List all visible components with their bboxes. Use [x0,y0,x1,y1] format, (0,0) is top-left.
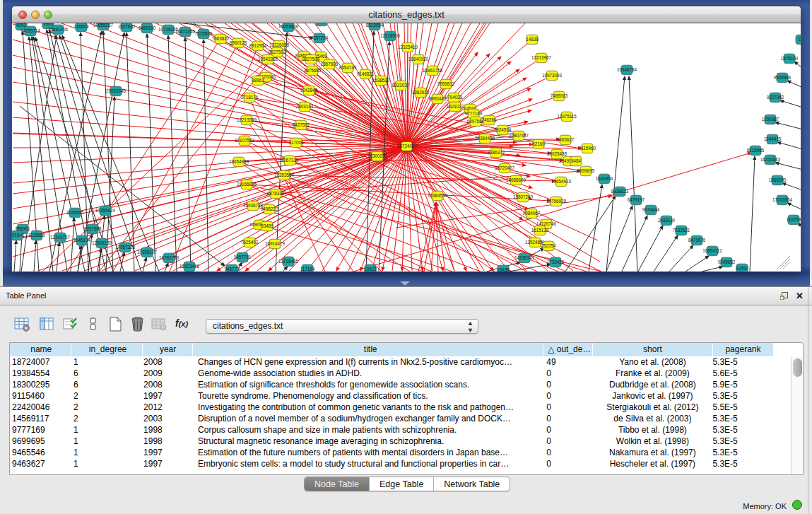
svg-text:17957225: 17957225 [115,245,136,250]
svg-text:417006: 417006 [288,140,304,145]
svg-text:19756928: 19756928 [546,199,567,204]
svg-text:3875685: 3875685 [304,68,322,73]
svg-text:1615132: 1615132 [531,228,549,233]
svg-text:12226058: 12226058 [269,42,290,47]
svg-text:14055714: 14055714 [20,28,41,33]
svg-text:2718176: 2718176 [241,95,259,100]
svg-text:1905: 1905 [43,23,54,26]
svg-text:20364436: 20364436 [475,136,495,141]
svg-text:9699695: 9699695 [577,168,595,173]
svg-text:9498222: 9498222 [261,206,278,211]
svg-text:9267130: 9267130 [281,158,299,163]
svg-text:15720407: 15720407 [495,165,515,170]
svg-text:7357224: 7357224 [311,35,329,40]
svg-text:9084067: 9084067 [523,211,541,216]
svg-text:10654112: 10654112 [702,248,722,253]
svg-text:8471676: 8471676 [688,238,706,243]
svg-text:1621022: 1621022 [447,104,464,109]
svg-text:7632621: 7632621 [673,228,690,233]
svg-text:18300295: 18300295 [367,153,388,158]
svg-text:9463627: 9463627 [557,137,575,142]
svg-text:8215955: 8215955 [747,148,765,153]
svg-text:17359924: 17359924 [95,208,116,213]
svg-text:3624534: 3624534 [494,127,512,132]
svg-text:9242848: 9242848 [300,88,318,93]
svg-text:8322037: 8322037 [392,83,410,88]
svg-text:10973493: 10973493 [542,73,563,78]
svg-text:19166825: 19166825 [237,182,257,187]
svg-text:18640910: 18640910 [408,57,429,62]
svg-text:10107552: 10107552 [235,138,255,143]
svg-text:8454749: 8454749 [339,65,357,70]
svg-text:945779: 945779 [224,267,240,271]
svg-text:9227342: 9227342 [767,95,784,100]
svg-text:7485063: 7485063 [551,93,568,98]
svg-text:12353584: 12353584 [274,173,295,177]
svg-text:9529966: 9529966 [774,75,792,80]
svg-text:12923446: 12923446 [180,264,200,269]
svg-text:9474444: 9474444 [642,207,660,212]
svg-text:9245652: 9245652 [718,259,736,264]
svg-text:1244415: 1244415 [764,136,782,141]
svg-text:9777169: 9777169 [465,111,483,116]
svg-text:98961: 98961 [252,78,264,83]
svg-text:8484: 8484 [571,158,582,163]
svg-text:8427552: 8427552 [293,122,310,127]
svg-text:6479197: 6479197 [628,197,645,202]
svg-text:117: 117 [798,37,801,42]
svg-text:1145194: 1145194 [73,238,91,243]
svg-text:9457791: 9457791 [234,255,252,259]
svg-text:16543362: 16543362 [258,57,278,62]
svg-text:93489: 93489 [261,223,273,228]
svg-text:19654923: 19654923 [551,179,572,184]
svg-text:10655287: 10655287 [93,23,114,28]
svg-text:14136141: 14136141 [514,255,535,260]
svg-text:19654983: 19654983 [229,159,249,164]
svg-text:8938923: 8938923 [611,189,629,194]
svg-text:2933114: 2933114 [658,218,676,223]
svg-text:7515526: 7515526 [195,31,213,36]
svg-text:12505135: 12505135 [92,240,112,245]
svg-text:1115689: 1115689 [28,233,45,238]
svg-text:18807249: 18807249 [513,194,534,199]
svg-text:1569299: 1569299 [769,177,787,182]
svg-text:9146821: 9146821 [357,71,375,76]
svg-text:10025438: 10025438 [547,151,567,156]
svg-text:12213967: 12213967 [531,55,552,60]
svg-text:16914479: 16914479 [265,241,286,246]
svg-text:19384554: 19384554 [428,193,448,198]
svg-text:1575104: 1575104 [781,56,799,61]
svg-text:1527602: 1527602 [118,24,136,29]
svg-text:9327508: 9327508 [302,57,320,62]
svg-text:8990448: 8990448 [429,96,447,101]
svg-text:8813054: 8813054 [366,23,384,28]
svg-text:29053346: 29053346 [106,88,126,93]
svg-text:16961758: 16961758 [423,68,443,73]
svg-text:991541: 991541 [12,233,25,238]
svg-text:7663822: 7663822 [212,36,230,41]
svg-text:252254: 252254 [541,243,556,248]
svg-text:16210643: 16210643 [760,157,781,162]
svg-text:2803144: 2803144 [296,104,314,109]
svg-text:8878332: 8878332 [267,191,285,196]
svg-text:12342757: 12342757 [50,235,71,240]
svg-text:16435: 16435 [497,267,510,271]
svg-text:10807487: 10807487 [509,133,529,138]
svg-text:9397588: 9397588 [84,226,102,231]
svg-text:16782759: 16782759 [159,255,180,260]
svg-text:16648784: 16648784 [617,67,637,72]
svg-text:7625402: 7625402 [241,240,259,245]
svg-text:2867608: 2867608 [321,62,339,66]
svg-text:7386372: 7386372 [488,150,505,155]
svg-text:10688609: 10688609 [506,177,526,182]
svg-text:2020655: 2020655 [66,210,84,215]
svg-text:9115460: 9115460 [579,146,596,151]
svg-text:9827503: 9827503 [269,49,286,54]
svg-text:1209387: 1209387 [762,117,779,122]
svg-text:1538520: 1538520 [372,78,390,83]
svg-text:1733426: 1733426 [547,259,565,264]
svg-text:1640954: 1640954 [596,176,613,181]
svg-text:92450: 92450 [736,266,748,271]
svg-text:17016504: 17016504 [772,197,793,202]
svg-text:116753: 116753 [787,217,801,222]
